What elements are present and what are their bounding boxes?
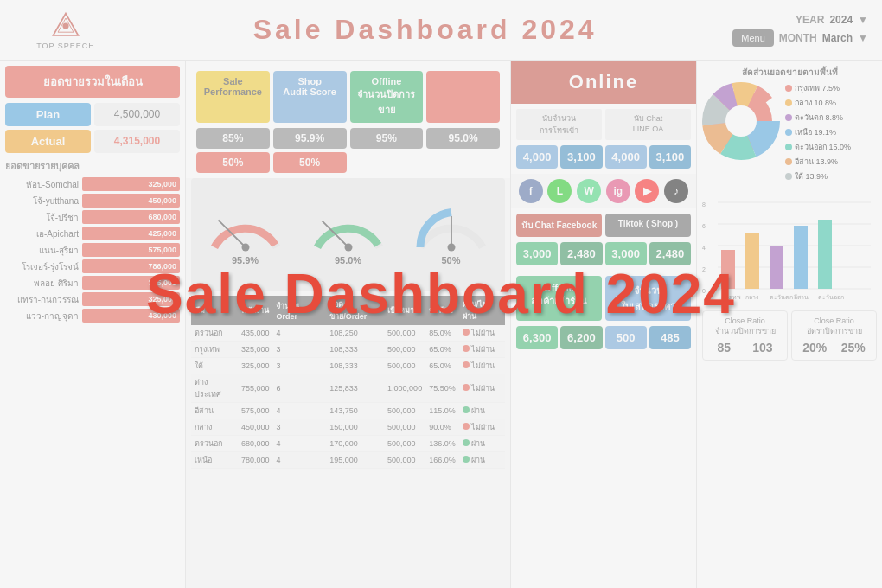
bar-4 bbox=[794, 226, 808, 289]
table-cell: 755,000 bbox=[238, 374, 273, 403]
main-content: ยอดขายรวมในเดือน Plan 4,500,000 Actual 4… bbox=[0, 61, 882, 588]
legend-dot bbox=[785, 158, 792, 165]
gauge-3-value: 50% bbox=[441, 255, 460, 265]
call-num-2: 3,100 bbox=[560, 145, 602, 169]
cr-value-4: 25% bbox=[841, 341, 866, 355]
svg-text:อีสาน: อีสาน bbox=[794, 294, 808, 300]
svg-text:4: 4 bbox=[702, 245, 706, 251]
table-cell: 4 bbox=[272, 325, 326, 342]
salesperson-value: 430,000 bbox=[148, 311, 176, 320]
legend-dot bbox=[785, 144, 792, 150]
pie-legend: กรุงเทพ 7.5% กลาง 10.8% ตะวันตก 8.8% เหน… bbox=[785, 82, 851, 182]
gauge-svg-3 bbox=[412, 204, 490, 252]
perf-val-3: 95% bbox=[350, 128, 424, 149]
youtube-icon[interactable]: ▶ bbox=[635, 179, 659, 203]
col-header-pct: %เทียบ bbox=[425, 296, 459, 325]
table-row: กรุงเทพ325,0003108,333500,00065.0%ไม่ผ่า… bbox=[191, 342, 505, 358]
table-row: ตรวนอก435,0004108,250500,00085.0%ไม่ผ่าน bbox=[191, 325, 505, 342]
perf-val-1: 85% bbox=[196, 128, 270, 149]
facebook-icon[interactable]: f bbox=[519, 179, 543, 203]
salesperson-bar: 786,000 bbox=[82, 259, 180, 273]
table-cell: 500,000 bbox=[384, 436, 425, 452]
table-cell: 136.0% bbox=[425, 436, 459, 452]
bottom-numbers: 6,300 6,200 500 485 bbox=[511, 326, 696, 355]
legend-item: ใต้ 13.9% bbox=[785, 170, 851, 182]
cr-title-2: Close Ratioอัตราปิดการขาย bbox=[796, 316, 872, 337]
table-cell: 166.0% bbox=[425, 452, 459, 469]
perf-val-5: 50% bbox=[196, 152, 270, 173]
table-row: อีสาน575,0004143,750500,000115.0%ผ่าน bbox=[191, 403, 505, 419]
bottom-num-4: 485 bbox=[649, 326, 691, 349]
salesperson-name: แทรา-กนกวรรณ bbox=[5, 293, 79, 306]
tiktok-icon[interactable]: ♪ bbox=[664, 179, 688, 203]
table-cell: 170,000 bbox=[326, 436, 384, 452]
table-cell: ต่างประเทศ bbox=[191, 374, 238, 403]
bottom-num-2: 6,200 bbox=[560, 326, 602, 349]
table-cell: 150,000 bbox=[326, 419, 384, 436]
salesperson-row: โจ้-ปรีชา 680,000 bbox=[5, 210, 180, 224]
col-header-sale-order: ยอดขาย/Order bbox=[326, 296, 384, 325]
actual-value: 4,315,000 bbox=[94, 130, 180, 153]
perf-val-6: 50% bbox=[273, 152, 347, 173]
bar-chart-section: 0 2 4 6 8 bbox=[702, 189, 877, 305]
salesperson-row: แนน-สุริยา 575,000 bbox=[5, 243, 180, 257]
col-header-target: เป้าหมาย bbox=[384, 296, 425, 325]
table-cell: 500,000 bbox=[384, 325, 425, 342]
legend-label: อีสาน 13.9% bbox=[795, 156, 838, 168]
salesperson-value: 575,000 bbox=[148, 246, 176, 254]
svg-text:กลาง: กลาง bbox=[745, 294, 758, 300]
month-value: March bbox=[822, 32, 853, 44]
gauge-svg-2 bbox=[310, 204, 387, 252]
instagram-icon[interactable]: ig bbox=[606, 179, 630, 203]
table-cell: ไม่ผ่าน bbox=[459, 325, 505, 342]
table-cell: 75.50% bbox=[425, 374, 459, 403]
online-header: Online bbox=[511, 61, 696, 104]
table-cell: 108,333 bbox=[326, 358, 384, 374]
table-cell: 575,000 bbox=[238, 403, 273, 419]
perf-card-offline: Offlineจำนวนปิดการขาย bbox=[350, 71, 424, 123]
month-arrow-icon: ▼ bbox=[858, 32, 868, 44]
table-cell: 680,000 bbox=[238, 436, 273, 452]
legend-label: กลาง 10.8% bbox=[795, 97, 836, 109]
salesperson-name: โจ้-yutthana bbox=[5, 195, 79, 208]
dashboard-title: Sale Dashboard 2024 bbox=[118, 14, 732, 46]
salesperson-value: 325,000 bbox=[148, 180, 176, 189]
month-selector[interactable]: Menu MONTH March ▼ bbox=[732, 29, 868, 47]
salesperson-value: 450,000 bbox=[148, 196, 176, 205]
bar-2 bbox=[745, 233, 759, 289]
cr-title-1: Close Ratioจำนวนปิดการขาย bbox=[706, 316, 783, 337]
table-cell: 108,250 bbox=[326, 325, 384, 342]
whatsapp-icon[interactable]: W bbox=[577, 179, 601, 203]
salesperson-bar: 450,000 bbox=[82, 194, 180, 208]
cr-card-2: Close Ratioอัตราปิดการขาย 20% 25% bbox=[791, 310, 877, 361]
table-cell: 325,000 bbox=[238, 342, 273, 358]
perf-card-sale: SalePerformance bbox=[196, 71, 270, 123]
left-panel: ยอดขายรวมในเดือน Plan 4,500,000 Actual 4… bbox=[0, 61, 186, 588]
gauge-1-value: 95.9% bbox=[232, 255, 259, 265]
line-icon[interactable]: L bbox=[547, 179, 572, 203]
gauge-3: 50% bbox=[412, 204, 490, 265]
right-center-panel: Online นับจำนวนการโทรเข้า นับ ChatLINE O… bbox=[510, 61, 696, 588]
close-ratio-section: Close Ratioจำนวนปิดการขาย 85 103 Close R… bbox=[702, 310, 877, 361]
plan-value: 4,500,000 bbox=[94, 103, 180, 126]
header: S TOP SPEECH Sale Dashboard 2024 YEAR 20… bbox=[0, 0, 882, 61]
svg-text:ตะวันตก: ตะวันตก bbox=[770, 294, 793, 300]
table-cell: ไม่ผ่าน bbox=[459, 342, 505, 358]
cr-value-1: 85 bbox=[718, 341, 732, 355]
bar-5 bbox=[818, 220, 832, 289]
year-selector[interactable]: YEAR 2024 ▼ bbox=[796, 14, 868, 26]
salesperson-bar: 575,000 bbox=[82, 243, 180, 257]
legend-dot bbox=[785, 129, 792, 136]
dashboard-background: S TOP SPEECH Sale Dashboard 2024 YEAR 20… bbox=[0, 0, 882, 588]
table-cell: 195,000 bbox=[326, 452, 384, 469]
table-cell: 65.0% bbox=[425, 358, 459, 374]
center-panel: SalePerformance ShopAudit Score Offlineจ… bbox=[186, 61, 510, 588]
legend-item: ตะวันตก 8.8% bbox=[785, 112, 851, 124]
chat-num-2: 2,480 bbox=[560, 242, 602, 265]
table-cell: กลาง bbox=[191, 419, 238, 436]
bar-chart-svg: 0 2 4 6 8 bbox=[702, 189, 875, 302]
cr-value-2: 103 bbox=[752, 341, 772, 355]
table-cell: 125,833 bbox=[326, 374, 384, 403]
menu-button[interactable]: Menu bbox=[732, 29, 774, 47]
table-cell: 6 bbox=[272, 374, 326, 403]
